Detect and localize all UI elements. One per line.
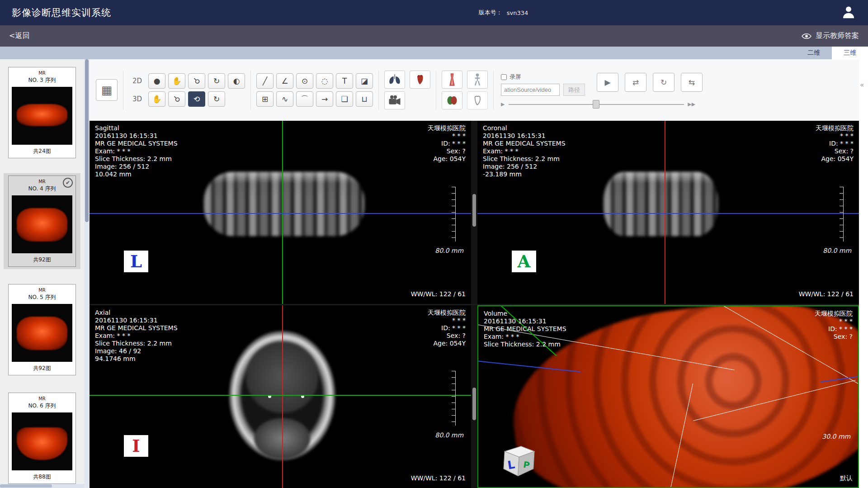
crosshair-icon: ⊞ xyxy=(262,95,268,104)
crosshair-vertical-line xyxy=(665,121,665,304)
curve-button[interactable]: ∿ xyxy=(276,91,293,107)
cobb-angle-button[interactable]: ⊔ xyxy=(356,91,373,107)
freehand-roi-button[interactable]: ◌ xyxy=(316,73,333,89)
play-button[interactable]: ▶ xyxy=(597,73,618,92)
ruler-button[interactable]: ╱ xyxy=(256,73,274,89)
zoom-2d-button[interactable]: ⚲ xyxy=(188,73,205,89)
version-label: 版本号： xyxy=(479,9,502,17)
series-item-3[interactable]: MR NO. 3 序列 共24图 xyxy=(4,65,80,161)
series-card[interactable]: MR NO. 6 序列 共88图 xyxy=(8,393,76,484)
series-thumbnail[interactable] xyxy=(12,87,72,145)
user-icon xyxy=(841,4,856,19)
tab-3d[interactable]: 三维 xyxy=(832,47,868,59)
series-thumbnail[interactable] xyxy=(12,412,72,470)
swap-button[interactable]: ⇆ xyxy=(681,73,703,92)
skeleton-3d-button[interactable] xyxy=(467,71,488,89)
heart-mono-icon xyxy=(472,95,483,106)
viewport-coronal[interactable]: Coronal 20161130 16:15:31 MR GE MEDICAL … xyxy=(477,121,859,304)
scrollbar-thumb[interactable] xyxy=(472,388,476,420)
toolbar-separator xyxy=(436,71,436,109)
arc-button[interactable]: ⌒ xyxy=(296,91,313,107)
toolbar-separator xyxy=(250,71,251,109)
crosshair-button[interactable]: ⊞ xyxy=(256,91,274,107)
replay-button[interactable]: ↻ xyxy=(653,73,675,92)
eraser-button[interactable]: ◪ xyxy=(356,73,373,89)
swap-icon: ⇆ xyxy=(689,78,695,87)
series-modality: MR xyxy=(10,71,74,76)
series-count: 共88图 xyxy=(10,473,74,481)
scrollbar-thumb[interactable] xyxy=(85,59,89,222)
series-item-4[interactable]: ✔ MR NO. 4 序列 共92图 xyxy=(4,173,80,269)
series-name: NO. 3 序列 xyxy=(10,76,74,84)
larynx-button[interactable] xyxy=(442,71,462,89)
zoom-3d-button[interactable]: ⚲ xyxy=(168,91,185,107)
scrollbar-thumb[interactable] xyxy=(472,194,476,227)
window-level-readout: WW/WL: 122 / 61 xyxy=(799,290,854,298)
sidebar-horizontal-scrollbar[interactable] xyxy=(0,484,84,488)
angle-button[interactable]: ∠ xyxy=(276,73,293,89)
viewport-metadata: Axial 20161130 16:15:31 MR GE MEDICAL SY… xyxy=(95,309,178,363)
heart-mono-button[interactable] xyxy=(467,91,488,109)
slider-end-icon: ▶▶ xyxy=(688,101,695,107)
scrollbar-thumb[interactable] xyxy=(0,484,52,488)
layout-grid-button[interactable]: ▦ xyxy=(96,79,118,101)
slice-scrollbar[interactable] xyxy=(471,305,477,488)
video-source-input[interactable] xyxy=(501,84,560,96)
note-button[interactable]: ❏ xyxy=(336,91,353,107)
circle-roi-button[interactable]: ⊙ xyxy=(296,73,313,89)
series-card[interactable]: MR NO. 3 序列 共24图 xyxy=(8,67,76,158)
collapse-panel-icon[interactable]: « xyxy=(860,81,864,89)
slice-scrollbar[interactable] xyxy=(471,121,477,304)
window-level-button[interactable]: ● xyxy=(148,73,165,89)
toolbar-separator xyxy=(123,71,123,109)
play-icon: ▶ xyxy=(605,78,611,87)
rotate-icon: ↻ xyxy=(213,76,220,85)
pan-3d-button[interactable]: ✋ xyxy=(148,91,165,107)
back-button[interactable]: <返回 xyxy=(9,31,29,41)
series-thumbnail[interactable] xyxy=(12,195,72,253)
rotate-2d-button[interactable]: ↻ xyxy=(208,73,225,89)
orbit-3d-button[interactable]: ↻ xyxy=(208,91,225,107)
series-item-5[interactable]: MR NO. 5 序列 共92图 xyxy=(4,282,80,378)
series-thumbnail[interactable] xyxy=(12,304,72,362)
record-camera-button[interactable] xyxy=(384,91,405,109)
rotate-3d-button[interactable]: ⟲ xyxy=(188,91,205,107)
series-sidebar: MR NO. 3 序列 共24图 ✔ MR NO. 4 序列 共92图 MR N… xyxy=(0,59,84,488)
note-icon: ❏ xyxy=(341,95,348,104)
loop-button[interactable]: ⇄ xyxy=(625,73,646,92)
preset-label[interactable]: 默认 xyxy=(840,474,853,483)
pan-hand-icon: ✋ xyxy=(152,95,161,104)
slider-handle[interactable] xyxy=(593,100,599,109)
arrow-button[interactable]: → xyxy=(316,91,333,107)
slider-track[interactable] xyxy=(509,104,684,105)
invert-button[interactable]: ◐ xyxy=(228,73,245,89)
sidebar-vertical-scrollbar[interactable] xyxy=(84,59,90,488)
tab-2d[interactable]: 二维 xyxy=(796,47,832,59)
segmented-organs-button[interactable] xyxy=(442,91,462,109)
angle-icon: ∠ xyxy=(281,76,288,85)
frame-slider: ▶ ▶▶ xyxy=(501,101,695,107)
viewport-volume[interactable]: Volume 20161130 16:15:31 MR GE MEDICAL S… xyxy=(477,305,859,488)
rotate-3d-icon: ⟲ xyxy=(193,95,200,104)
series-modality: MR xyxy=(10,288,74,293)
text-annotation-button[interactable]: T xyxy=(336,73,353,89)
scale-label: 80.0 mm xyxy=(435,431,463,439)
series-modality: MR xyxy=(10,396,74,401)
viewport-axial[interactable]: Axial 20161130 16:15:31 MR GE MEDICAL SY… xyxy=(90,305,471,488)
show-teacher-answer-button[interactable]: 显示教师答案 xyxy=(801,31,859,41)
path-button[interactable]: 路径 xyxy=(563,84,585,96)
pan-2d-button[interactable]: ✋ xyxy=(168,73,185,89)
series-card[interactable]: MR NO. 5 序列 共92图 xyxy=(8,284,76,375)
heart-button[interactable] xyxy=(410,71,430,89)
series-item-6[interactable]: MR NO. 6 序列 共88图 xyxy=(4,390,80,486)
sub-header: <返回 显示教师答案 xyxy=(0,25,868,47)
lungs-button[interactable] xyxy=(384,71,405,89)
contrast-icon: ◐ xyxy=(233,76,240,85)
record-screen-checkbox[interactable] xyxy=(501,74,507,80)
viewport-sagittal[interactable]: Sagittal 20161130 16:15:31 MR GE MEDICAL… xyxy=(90,121,471,304)
series-card[interactable]: ✔ MR NO. 4 序列 共92图 xyxy=(8,175,76,267)
scale-ruler xyxy=(840,187,844,242)
user-avatar-button[interactable] xyxy=(841,4,856,21)
crosshair-vertical-line xyxy=(282,121,283,304)
orientation-cube[interactable]: L P xyxy=(497,440,541,480)
